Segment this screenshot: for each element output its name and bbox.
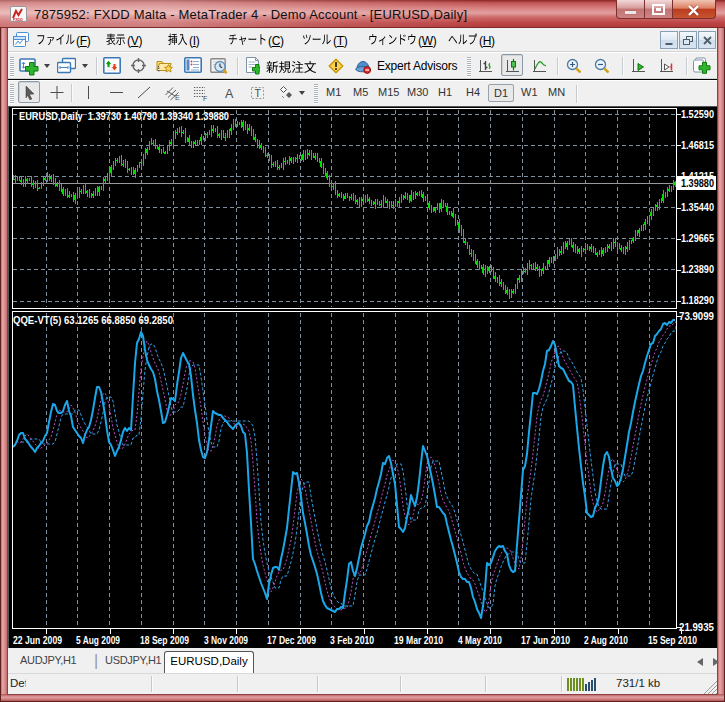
svg-text:5 Aug 2009: 5 Aug 2009 [76, 635, 120, 646]
svg-text:QQE-VT(5) 63.1265 66.8850 69.2: QQE-VT(5) 63.1265 66.8850 69.2850 [13, 315, 173, 326]
svg-text:3 Nov 2009: 3 Nov 2009 [204, 635, 248, 646]
svg-text:1.39880: 1.39880 [681, 178, 714, 189]
svg-text:FXDD: FXDD [13, 18, 23, 22]
svg-text:A: A [225, 87, 234, 101]
svg-text:22 Jun 2009: 22 Jun 2009 [13, 635, 62, 646]
svg-text:3 Feb 2010: 3 Feb 2010 [330, 635, 374, 646]
svg-text:21.9935: 21.9935 [679, 622, 714, 633]
svg-text:1.18290: 1.18290 [681, 295, 714, 306]
svg-text:19 Mar 2010: 19 Mar 2010 [394, 635, 443, 646]
svg-text:2 Aug 2010: 2 Aug 2010 [584, 635, 628, 646]
svg-text:1.35440: 1.35440 [681, 202, 714, 213]
svg-text:15 Sep 2010: 15 Sep 2010 [648, 635, 697, 646]
svg-text:1.23890: 1.23890 [681, 264, 714, 275]
svg-text:1.29665: 1.29665 [681, 233, 714, 244]
svg-text:4 May 2010: 4 May 2010 [458, 635, 502, 646]
svg-text:73.9099: 73.9099 [679, 311, 714, 322]
svg-text:17 Dec 2009: 17 Dec 2009 [267, 635, 316, 646]
svg-text:1.46815: 1.46815 [681, 140, 714, 151]
svg-text:1.52590: 1.52590 [681, 109, 714, 120]
svg-text:18 Sep 2009: 18 Sep 2009 [140, 635, 189, 646]
svg-text:T: T [255, 87, 262, 99]
svg-text:17 Jun 2010: 17 Jun 2010 [521, 635, 570, 646]
svg-text:F: F [203, 95, 207, 102]
svg-text:E: E [175, 94, 180, 101]
svg-text:EURUSD,Daily 1.39730 1.40790: EURUSD,Daily 1.39730 1.40790 1.39340 1.3… [19, 111, 229, 122]
